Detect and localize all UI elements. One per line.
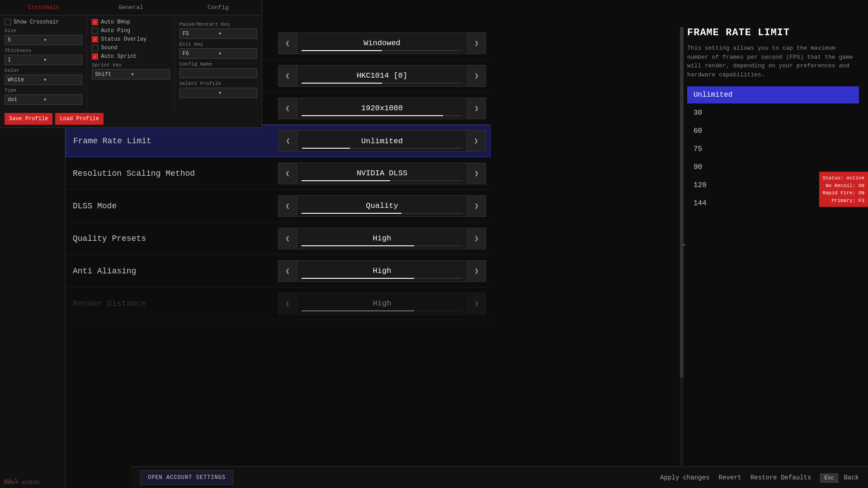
pause-restart-dropdown[interactable]: F5 ▾ <box>179 28 257 39</box>
size-dropdown[interactable]: 5 ▾ <box>5 35 82 45</box>
load-profile-button[interactable]: Load Profile <box>55 113 103 125</box>
chevron-right-frame-rate-limit[interactable]: ❯ <box>467 130 486 152</box>
thickness-dropdown[interactable]: 1 ▾ <box>5 55 82 65</box>
value-bar-anti-aliasing <box>302 278 462 279</box>
setting-name-render-distance: Render Distance <box>70 299 278 308</box>
fps-option-75[interactable]: 75 <box>687 141 859 158</box>
status-line1: Status: Active <box>823 174 864 182</box>
status-line3: Rapid Fire: ON <box>823 189 864 197</box>
apply-changes-button[interactable]: Apply changes <box>660 474 709 481</box>
auto-sprint-checkbox[interactable]: ✓ <box>92 53 98 60</box>
setting-controls-frame-rate-limit: ❮Unlimited❯ <box>278 130 486 152</box>
sound-row[interactable]: Sound <box>92 45 170 51</box>
bottom-bar: OPEN ACCOUNT SETTINGS Apply changes Reve… <box>131 466 868 488</box>
chevron-right-dlss-mode[interactable]: ❯ <box>467 195 486 217</box>
chevron-right-quality-presets[interactable]: ❯ <box>467 228 486 249</box>
status-overlay-checkbox[interactable]: ✓ <box>92 36 98 42</box>
crosshair-column: Show Crosshair Size 5 ▾ Thickness 1 ▾ Co… <box>0 15 87 110</box>
value-bar-fill-dlss-mode <box>302 213 401 214</box>
status-overlay-label: Status Overlay <box>101 36 146 42</box>
scrollbar[interactable] <box>680 27 684 465</box>
config-column: Pause/Restart Key F5 ▾ Exit Key F6 ▾ Con… <box>175 15 262 110</box>
setting-name-anti-aliasing: Anti Aliasing <box>70 267 278 276</box>
fps-option-unlimited[interactable]: Unlimited <box>687 86 859 103</box>
value-text-dlss-mode: Quality <box>366 202 398 210</box>
status-overlay-row[interactable]: ✓ Status Overlay <box>92 36 170 42</box>
chevron-left-quality-presets[interactable]: ❮ <box>278 228 297 249</box>
frame-rate-desc: This setting allows you to cap the maxim… <box>687 44 859 79</box>
auto-bhop-row[interactable]: ✓ Auto BHop <box>92 19 170 25</box>
chevron-right-resolution-scaling[interactable]: ❯ <box>467 163 486 184</box>
chevron-left-render-distance: ❮ <box>278 293 297 314</box>
back-label[interactable]: Back <box>844 474 859 481</box>
chevron-left-dlss-mode[interactable]: ❮ <box>278 195 297 217</box>
value-bar-fill-anti-aliasing <box>302 278 414 279</box>
thickness-chevron-icon: ▾ <box>43 56 79 63</box>
pause-restart-chevron-icon: ▾ <box>218 30 254 37</box>
tab-general[interactable]: General <box>87 0 175 15</box>
pause-restart-value: F5 <box>183 31 218 37</box>
auto-bhop-checkbox[interactable]: ✓ <box>92 19 98 25</box>
sprint-key-dropdown[interactable]: Shift ▾ <box>92 69 170 80</box>
chevron-right-window-resolution[interactable]: ❯ <box>467 98 486 119</box>
size-label: Size <box>5 28 82 33</box>
value-display-render-distance: High <box>297 293 467 314</box>
auto-ping-label: Auto Ping <box>101 28 130 34</box>
auto-ping-row[interactable]: Auto Ping <box>92 28 170 34</box>
value-bar-render-distance <box>302 310 462 311</box>
general-column: ✓ Auto BHop Auto Ping ✓ Status Overlay S… <box>87 15 175 110</box>
chevron-right-anti-aliasing[interactable]: ❯ <box>467 260 486 282</box>
chevron-right-monitor[interactable]: ❯ <box>467 65 486 87</box>
type-chevron-icon: ▾ <box>43 96 79 103</box>
exit-key-dropdown[interactable]: F6 ▾ <box>179 48 257 59</box>
setting-name-resolution-scaling: Resolution Scaling Method <box>70 169 278 178</box>
select-profile-chevron-icon: ▾ <box>218 89 254 96</box>
chevron-left-window-resolution[interactable]: ❮ <box>278 98 297 119</box>
auto-ping-checkbox[interactable] <box>92 28 98 34</box>
scrollbar-thumb[interactable] <box>680 27 684 378</box>
chevron-right-window-mode[interactable]: ❯ <box>467 33 486 54</box>
show-crosshair-row[interactable]: Show Crosshair <box>5 19 82 25</box>
value-bar-fill-frame-rate-limit <box>302 148 350 149</box>
select-profile-dropdown[interactable]: ▾ <box>179 88 257 98</box>
size-chevron-icon: ▾ <box>43 37 79 43</box>
value-bar-fill-quality-presets <box>302 245 414 246</box>
revert-button[interactable]: Revert <box>719 474 741 481</box>
right-panel: FRAME RATE LIMIT This setting allows you… <box>687 27 859 465</box>
tab-config[interactable]: Config <box>175 0 262 15</box>
exit-key-chevron-icon: ▾ <box>218 50 254 57</box>
chevron-left-monitor[interactable]: ❮ <box>278 65 297 87</box>
setting-controls-window-mode: ❮Windowed❯ <box>278 33 486 54</box>
auto-sprint-row[interactable]: ✓ Auto Sprint <box>92 53 170 60</box>
sound-checkbox[interactable] <box>92 45 98 51</box>
fps-option-60[interactable]: 60 <box>687 122 859 140</box>
setting-controls-window-resolution: ❮868x488❯ <box>278 98 486 119</box>
size-value: 5 <box>8 37 43 43</box>
fps-option-30[interactable]: 30 <box>687 104 859 122</box>
color-dropdown[interactable]: White ▾ <box>5 75 82 85</box>
chevron-left-frame-rate-limit[interactable]: ❮ <box>278 130 297 152</box>
pause-restart-label: Pause/Restart Key <box>179 22 257 27</box>
value-display-dlss-mode: Quality <box>297 195 467 217</box>
setting-row-quality-presets: Quality Presets❮High❯ <box>66 222 491 255</box>
value-text-monitor: HKC1014 [0] <box>357 71 407 80</box>
show-crosshair-checkbox[interactable] <box>5 19 11 25</box>
sound-label: Sound <box>101 45 117 51</box>
color-value: White <box>8 77 43 83</box>
config-name-input[interactable] <box>179 68 257 78</box>
sprint-key-chevron-icon: ▾ <box>131 71 167 78</box>
chevron-left-anti-aliasing[interactable]: ❮ <box>278 260 297 282</box>
tab-crosshair[interactable]: Crosshair <box>0 0 87 15</box>
value-bar-quality-presets <box>302 245 462 246</box>
type-dropdown[interactable]: dot ▾ <box>5 94 82 105</box>
select-profile-label: Select Profile <box>179 81 257 86</box>
value-bar-window-resolution <box>302 115 462 116</box>
save-profile-button[interactable]: Save Profile <box>5 113 52 125</box>
type-label: Type <box>5 88 82 93</box>
open-account-button[interactable]: OPEN ACCOUNT SETTINGS <box>140 470 233 485</box>
chevron-left-window-mode[interactable]: ❮ <box>278 33 297 54</box>
top-tabs: Crosshair General Config <box>0 0 262 15</box>
chevron-left-resolution-scaling[interactable]: ❮ <box>278 163 297 184</box>
setting-row-frame-rate-limit: Frame Rate Limit❮Unlimited❯ <box>66 125 491 157</box>
restore-defaults-button[interactable]: Restore Defaults <box>750 474 811 481</box>
